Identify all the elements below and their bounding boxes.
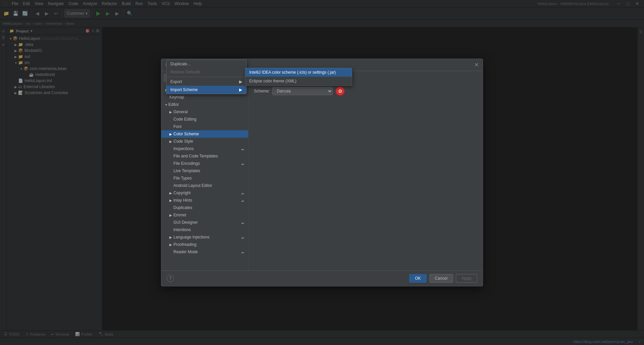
dropdown-item-export[interactable]: Export ▶	[166, 78, 246, 86]
dropdown-item-restore-defaults[interactable]: Restore Defaults	[166, 68, 246, 76]
settings-item-label: Proofreading	[173, 242, 197, 247]
settings-item-inlay-hints[interactable]: ▶ Inlay Hints ☁	[161, 197, 248, 204]
settings-right-panel: Editor › Color Scheme Scheme: Darcula In…	[249, 71, 483, 270]
settings-sync-icon: ☁	[241, 162, 244, 165]
settings-item-label: Code Editing	[173, 117, 197, 122]
settings-item-label: Reader Mode	[173, 250, 198, 254]
settings-item-label: Keymap	[169, 95, 184, 99]
dialog-close-btn[interactable]: ✕	[474, 62, 479, 68]
import-submenu: IntelliJ IDEA color scheme (.icls) or se…	[245, 68, 352, 86]
settings-item-label: GUI Designer	[173, 220, 198, 225]
gear-icon: ⚙	[338, 88, 342, 94]
settings-item-emmet[interactable]: ▶ Emmet	[161, 211, 248, 219]
settings-item-android-layout[interactable]: ▶ Android Layout Editor	[161, 182, 248, 189]
settings-item-keymap[interactable]: ▶ Keymap	[161, 93, 248, 101]
settings-sync-icon: ☁	[241, 250, 244, 254]
dropdown-item-import-scheme[interactable]: Import Scheme ▶	[166, 86, 246, 94]
settings-sync-icon: ☁	[241, 199, 244, 202]
expand-arrow-icon: ▾	[165, 103, 167, 107]
settings-item-label: File Encodings	[173, 161, 200, 166]
help-button[interactable]: ?	[167, 275, 174, 282]
expand-arrow-icon: ▶	[169, 199, 172, 202]
settings-item-duplicates[interactable]: ▶ Duplicates	[161, 204, 248, 211]
settings-item-lang-injections[interactable]: ▶ Language Injections ☁	[161, 233, 248, 241]
settings-item-label: Language Injections	[173, 235, 209, 239]
expand-arrow-icon: ▶	[169, 235, 172, 239]
dropdown-item-label: Restore Defaults	[170, 70, 200, 74]
dropdown-item-label: Import Scheme	[170, 87, 198, 92]
settings-item-label: File Types	[173, 176, 192, 181]
settings-item-reader-mode[interactable]: ▶ Reader Mode ☁	[161, 248, 248, 256]
import-submenu-item-eclipse[interactable]: Eclipse color theme (XML)	[245, 77, 352, 85]
settings-item-label: Font	[173, 124, 181, 129]
settings-sync-icon: ☁	[241, 147, 244, 151]
cancel-button[interactable]: Cancel	[429, 274, 453, 283]
settings-item-copyright[interactable]: ▶ Copyright ☁	[161, 189, 248, 197]
settings-item-label: Android Layout Editor	[173, 183, 212, 188]
modal-overlay: Settings ✕ ▶ Appearance & Behavior	[0, 0, 644, 345]
dialog-body: ▶ Appearance & Behavior ▶ Keymap ▾ Edito…	[161, 71, 483, 270]
import-submenu-item-label: IntelliJ IDEA color scheme (.icls) or se…	[249, 70, 336, 75]
expand-arrow-icon: ▶	[169, 191, 172, 195]
submenu-arrow-icon: ▶	[239, 79, 242, 84]
settings-item-label: Inlay Hints	[173, 198, 192, 203]
settings-item-label: Emmet	[173, 213, 186, 217]
import-submenu-item-icls[interactable]: IntelliJ IDEA color scheme (.icls) or se…	[245, 68, 352, 77]
settings-sync-icon: ☁	[241, 191, 244, 195]
settings-item-label: Code Style	[173, 139, 193, 144]
submenu-arrow-icon: ▶	[239, 87, 242, 92]
scheme-gear-btn[interactable]: ⚙	[335, 86, 345, 96]
settings-item-label: Intentions	[173, 227, 191, 232]
scheme-row: Scheme: Darcula IntelliJ Light High Cont…	[254, 86, 477, 96]
settings-item-label: Color Scheme	[173, 132, 199, 136]
settings-sync-icon: ☁	[241, 221, 244, 224]
settings-item-label: General	[173, 110, 188, 114]
settings-item-label: File and Code Templates	[173, 154, 218, 158]
settings-sync-icon: ☁	[241, 235, 244, 239]
dropdown-separator	[166, 77, 246, 77]
settings-item-inspections[interactable]: ▶ Inspections ☁	[161, 145, 248, 152]
settings-item-font[interactable]: ▶ Font	[161, 123, 248, 130]
expand-arrow-icon: ▶	[169, 213, 172, 217]
settings-item-intentions[interactable]: ▶ Intentions	[161, 226, 248, 233]
expand-arrow-icon: ▶	[169, 132, 172, 136]
settings-item-code-editing[interactable]: ▶ Code Editing	[161, 116, 248, 123]
scheme-label: Scheme:	[254, 89, 270, 93]
ok-button[interactable]: OK	[409, 274, 426, 283]
settings-item-code-style[interactable]: ▶ Code Style	[161, 138, 248, 145]
settings-item-general[interactable]: ▶ General	[161, 108, 248, 116]
gear-dropdown-menu: Duplicate... Restore Defaults Export ▶ I…	[166, 60, 247, 94]
settings-tree: ▶ Appearance & Behavior ▶ Keymap ▾ Edito…	[161, 85, 248, 270]
settings-item-proofreading[interactable]: ▶ Proofreading	[161, 241, 248, 248]
settings-item-label: Inspections	[173, 146, 194, 151]
settings-item-file-types[interactable]: ▶ File Types	[161, 175, 248, 182]
settings-item-color-scheme[interactable]: ▶ Color Scheme	[161, 130, 248, 138]
settings-item-live-templates[interactable]: ▶ Live Templates	[161, 167, 248, 175]
expand-arrow-icon: ▶	[169, 140, 172, 143]
apply-button[interactable]: Apply	[456, 274, 477, 283]
settings-item-file-templates[interactable]: ▶ File and Code Templates	[161, 152, 248, 160]
dropdown-item-label: Export	[170, 79, 182, 84]
dialog-footer: ? OK Cancel Apply	[161, 270, 483, 286]
settings-item-label: Duplicates	[173, 205, 192, 210]
settings-item-label: Copyright	[173, 191, 191, 195]
expand-arrow-icon: ▶	[169, 110, 172, 114]
expand-arrow-icon: ▶	[169, 243, 172, 247]
settings-left-panel: ▶ Appearance & Behavior ▶ Keymap ▾ Edito…	[161, 71, 249, 270]
settings-item-label: Editor	[168, 102, 179, 107]
scheme-select[interactable]: Darcula IntelliJ Light High Contrast	[272, 87, 333, 95]
dropdown-item-duplicate[interactable]: Duplicate...	[166, 60, 246, 68]
settings-item-gui-designer[interactable]: ▶ GUI Designer ☁	[161, 219, 248, 226]
settings-item-file-encodings[interactable]: ▶ File Encodings ☁	[161, 160, 248, 167]
settings-item-label: Live Templates	[173, 168, 200, 173]
settings-item-editor[interactable]: ▾ Editor	[161, 101, 248, 108]
help-icon: ?	[169, 276, 172, 281]
dropdown-item-label: Duplicate...	[170, 62, 191, 66]
import-submenu-item-label: Eclipse color theme (XML)	[249, 79, 297, 83]
